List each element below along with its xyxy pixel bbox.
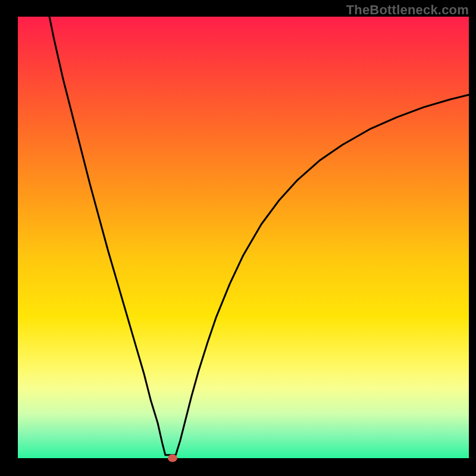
chart-frame: TheBottleneck.com — [0, 0, 476, 476]
watermark-text: TheBottleneck.com — [346, 2, 469, 18]
chart-canvas — [0, 0, 476, 476]
plot-background — [18, 17, 469, 458]
marker-dot — [168, 455, 177, 462]
